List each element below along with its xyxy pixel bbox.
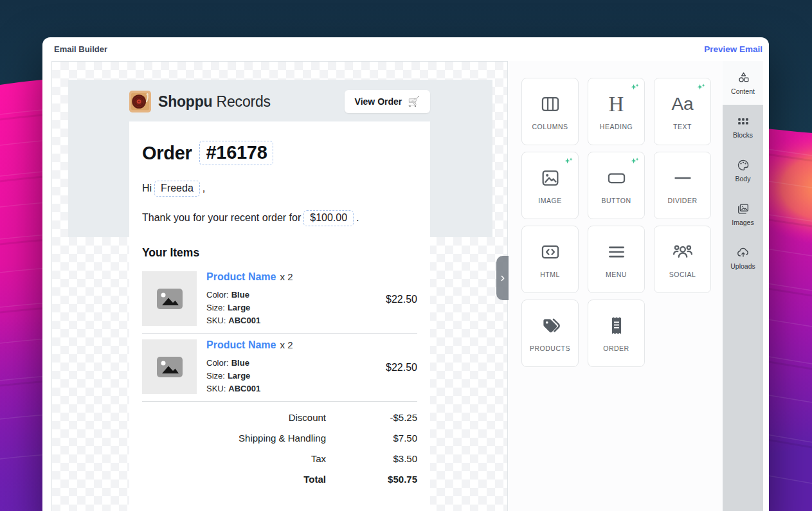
product-image-placeholder [142, 339, 197, 394]
product-price: $22.50 [386, 294, 417, 305]
tool-products[interactable]: PRODUCTS [521, 300, 579, 367]
divider-icon [672, 166, 694, 190]
order-heading[interactable]: Order #16178 [142, 141, 417, 165]
blocks-icon [736, 114, 750, 129]
tool-columns[interactable]: COLUMNS [521, 78, 579, 145]
columns-icon [539, 93, 561, 116]
images-icon [736, 202, 750, 216]
sidebar-tab-images[interactable]: Images [723, 192, 763, 236]
ai-sparkle-icon [564, 157, 573, 166]
product-qty: x 2 [280, 271, 293, 282]
uploads-icon [736, 246, 750, 260]
tool-html[interactable]: HTML [521, 226, 579, 293]
email-logo-row[interactable]: Shoppu Records View Order 🛒 [129, 90, 430, 113]
email-canvas: Shoppu Records View Order 🛒 Order #16178… [51, 61, 508, 511]
tool-button[interactable]: BUTTON [588, 152, 645, 219]
product-image-placeholder [142, 271, 197, 326]
sidebar-tab-blocks[interactable]: Blocks [723, 105, 763, 148]
order-number-merge-tag[interactable]: #16178 [199, 141, 273, 165]
email-builder-window: Email Builder Preview Email [42, 37, 769, 511]
image-icon [539, 166, 561, 190]
menu-icon [606, 240, 627, 264]
total-row: Shipping & Handling $7.50 [142, 433, 417, 444]
page-title: Email Builder [54, 44, 107, 54]
product-color: Color:Blue [206, 357, 386, 370]
tools-grid: COLUMNS H HEADING [521, 78, 723, 367]
product-name-link[interactable]: Product Name [206, 339, 276, 350]
tool-text[interactable]: Aa TEXT [654, 78, 711, 145]
social-icon [672, 240, 694, 264]
chevron-right-icon [498, 274, 507, 283]
ai-sparkle-icon [630, 83, 640, 93]
panel-collapse-handle[interactable] [496, 256, 509, 300]
sidebar-tab-body[interactable]: Body [723, 148, 763, 192]
text-icon: Aa [671, 93, 693, 116]
ai-sparkle-icon [696, 83, 706, 93]
sidebar-tabs: Content Blocks Body Images Uploads [723, 61, 763, 511]
tool-image[interactable]: IMAGE [521, 152, 579, 219]
product-color: Color:Blue [206, 289, 386, 301]
order-item-row[interactable]: Product Namex 2 Color:Blue Size:Large SK… [142, 339, 417, 395]
window-header: Email Builder Preview Email [42, 37, 769, 61]
products-icon [539, 314, 561, 337]
thanks-text[interactable]: Thank you for your recent order for$100.… [142, 210, 417, 226]
total-row: Tax $3.50 [142, 454, 417, 464]
content-icon [736, 71, 750, 85]
preview-email-link[interactable]: Preview Email [704, 44, 762, 54]
order-totals: Discount -$5.25 Shipping & Handling $7.5… [142, 413, 417, 485]
button-icon [606, 166, 627, 190]
tool-heading[interactable]: H HEADING [588, 78, 645, 145]
sidebar-tab-uploads[interactable]: Uploads [723, 236, 763, 280]
your-items-heading: Your Items [142, 246, 417, 260]
view-order-button[interactable]: View Order 🛒 [345, 90, 430, 113]
product-qty: x 2 [280, 339, 293, 350]
product-sku: SKU:ABC001 [206, 382, 386, 395]
order-items-list: Product Namex 2 Color:Blue Size:Large SK… [142, 271, 417, 402]
item-divider [142, 333, 417, 334]
body-icon [736, 158, 750, 172]
product-price: $22.50 [386, 362, 417, 373]
product-size: Size:Large [206, 301, 386, 314]
total-row: Discount -$5.25 [142, 413, 417, 423]
tool-divider[interactable]: DIVIDER [654, 152, 711, 219]
turntable-logo-icon [129, 91, 151, 112]
totals-divider [142, 401, 417, 402]
tool-menu[interactable]: MENU [588, 226, 645, 293]
ai-sparkle-icon [630, 157, 640, 166]
content-tools-panel: COLUMNS H HEADING [508, 61, 723, 511]
tool-social[interactable]: SOCIAL [654, 226, 711, 293]
heading-icon: H [609, 93, 624, 116]
tool-order[interactable]: ORDER [588, 300, 645, 367]
brand-name: Shoppu Records [158, 93, 271, 111]
cart-icon: 🛒 [408, 96, 420, 107]
product-sku: SKU:ABC001 [206, 314, 386, 327]
greeting-text[interactable]: HiFreeda, [142, 181, 417, 197]
html-icon [539, 240, 561, 264]
order-icon [606, 314, 627, 337]
brand: Shoppu Records [129, 91, 271, 112]
total-row: Total $50.75 [142, 474, 417, 485]
sidebar-tab-content[interactable]: Content [723, 61, 763, 105]
product-name-link[interactable]: Product Name [206, 271, 276, 282]
first-name-merge-tag[interactable]: Freeda [154, 181, 200, 197]
product-size: Size:Large [206, 370, 386, 382]
order-amount-merge-tag[interactable]: $100.00 [303, 210, 354, 226]
email-body-card: Order #16178 HiFreeda, Thank you for you… [129, 121, 430, 511]
order-item-row[interactable]: Product Namex 2 Color:Blue Size:Large SK… [142, 271, 417, 327]
